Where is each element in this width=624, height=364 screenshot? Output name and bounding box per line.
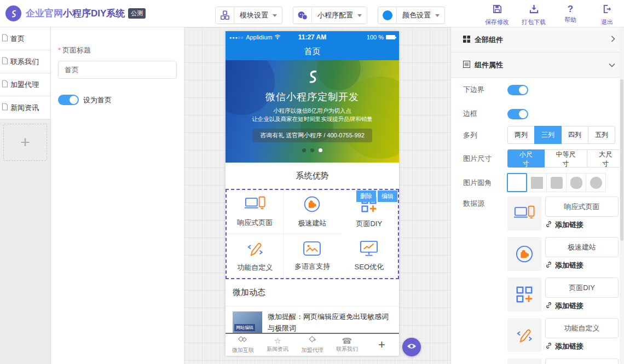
- size-option-small-selected[interactable]: 小尺寸: [507, 149, 545, 167]
- grid-item-multilingual[interactable]: 多语言支持: [284, 234, 340, 278]
- carousel-dot-active[interactable]: [319, 148, 322, 152]
- columns-option-3-selected[interactable]: 三列: [534, 126, 562, 144]
- add-page-button[interactable]: +: [3, 124, 47, 161]
- plus-icon: +: [378, 338, 385, 352]
- columns-option-4[interactable]: 四列: [561, 126, 588, 144]
- responsive-icon: [245, 196, 265, 215]
- component-icon: [507, 359, 541, 364]
- add-link-button[interactable]: 添加链接: [545, 220, 619, 230]
- sidebar-item-news[interactable]: 新闻资讯: [0, 96, 50, 119]
- page-icon: [2, 103, 8, 112]
- datasource-name-input[interactable]: [545, 197, 619, 217]
- grid-item-responsive[interactable]: 响应式页面: [227, 190, 284, 234]
- ribbon-logo-icon: [238, 336, 248, 346]
- set-home-toggle[interactable]: [58, 95, 79, 105]
- datasource-item-fast-build: 添加链接: [507, 237, 619, 271]
- link-icon: [545, 261, 552, 270]
- tab-add-button[interactable]: +: [365, 334, 399, 356]
- add-link-button[interactable]: 添加链接: [545, 342, 619, 351]
- chevron-down-icon: [273, 14, 277, 17]
- page-title-label: *页面标题: [58, 45, 177, 55]
- grid-item-seo[interactable]: SEO优化: [341, 234, 398, 278]
- add-link-button[interactable]: 添加链接: [545, 301, 619, 311]
- chevron-right-icon: [611, 36, 615, 44]
- carrier-label: Applidium: [246, 34, 272, 41]
- sidebar-item-home[interactable]: 首页: [0, 27, 50, 50]
- exit-icon: [602, 4, 613, 16]
- datasource-name-input[interactable]: [545, 318, 619, 338]
- radius-option-rounded-small[interactable]: [546, 173, 567, 192]
- edit-component-button[interactable]: 编辑: [378, 190, 397, 202]
- color-settings-dropdown[interactable]: 颜色设置: [378, 7, 445, 24]
- link-icon: [545, 302, 552, 310]
- tab-weijia[interactable]: 微加互联: [226, 334, 260, 356]
- image-size-row: 图片尺寸 小尺寸 中等尺寸 大尺寸: [463, 149, 624, 167]
- radius-option-square[interactable]: [527, 173, 547, 192]
- datasource-item-custom-function: 添加链接: [507, 318, 619, 352]
- star-icon: ☆: [274, 337, 281, 345]
- download-icon: [529, 4, 539, 16]
- preview-button[interactable]: [402, 338, 421, 356]
- datasource-name-input[interactable]: [545, 237, 619, 257]
- add-link-button[interactable]: 添加链接: [545, 261, 619, 270]
- columns-option-2[interactable]: 两列: [507, 126, 535, 144]
- radius-option-none-selected[interactable]: [507, 173, 527, 192]
- news-list-item[interactable]: 网站编辑 微加提醒：网页编辑应避免出现敏感词与极限词: [226, 307, 399, 334]
- size-option-medium[interactable]: 中等尺寸: [544, 149, 588, 167]
- tab-contact[interactable]: ☎ 联系我们: [330, 334, 364, 356]
- diy-icon: [507, 278, 541, 311]
- plus-icon: +: [20, 133, 30, 152]
- brand: 企业官网小程序DIY系统 公测: [5, 5, 146, 21]
- hero-banner[interactable]: 微信小程序定制开发 小程序以微信8亿用户为切入点 让企业以及商家在短时间里实现提…: [226, 60, 399, 163]
- radius-option-rounded-large[interactable]: [566, 173, 586, 192]
- all-components-header[interactable]: 全部组件: [451, 27, 624, 53]
- phone-tabbar: 微加互联 ☆ 新闻资讯 加盟代理 ☎ 联系我们 +: [226, 333, 399, 356]
- columns-option-5[interactable]: 五列: [588, 126, 615, 144]
- banner-subtitle-2: 让企业以及商家在短时间里实现提升品牌和销量: [252, 115, 373, 123]
- brand-logo-icon: [5, 5, 21, 21]
- list-icon: [463, 61, 470, 70]
- selected-component-grid[interactable]: 删除 编辑 响应式页面 极速建站: [226, 189, 399, 279]
- datasource-name-input[interactable]: [545, 359, 619, 364]
- phone-statusbar: ●●●○○ Applidium 11:27 AM 100 %: [226, 31, 399, 43]
- save-button[interactable]: 保存修改: [483, 4, 511, 26]
- miniprogram-logo-icon: [304, 68, 321, 88]
- scrollbar-thumb[interactable]: [620, 79, 623, 241]
- beta-badge: 公测: [128, 8, 146, 19]
- sidebar-item-agency[interactable]: 加盟代理: [0, 73, 50, 96]
- module-settings-label: 模块设置: [234, 10, 273, 20]
- miniprogram-config-dropdown[interactable]: 小程序配置: [293, 7, 367, 24]
- delete-component-button[interactable]: 删除: [356, 190, 376, 202]
- border-toggle[interactable]: [507, 109, 528, 119]
- wifi-icon: [274, 34, 281, 41]
- link-icon: [545, 342, 552, 351]
- tab-news[interactable]: ☆ 新闻资讯: [260, 334, 294, 356]
- page-title-input[interactable]: [58, 61, 177, 79]
- datasource-name-input[interactable]: [545, 278, 619, 298]
- eye-icon: [407, 342, 417, 352]
- columns-label: 多列: [463, 130, 507, 140]
- size-option-large[interactable]: 大尺寸: [587, 149, 624, 167]
- datasource-label: 数据源: [463, 197, 507, 209]
- tab-agency[interactable]: 加盟代理: [295, 334, 330, 356]
- phone-icon: ☎: [342, 337, 353, 345]
- signal-dots: ●●●○○: [229, 36, 244, 39]
- radius-option-circle[interactable]: [586, 173, 606, 192]
- download-button[interactable]: 打包下载: [519, 4, 548, 26]
- carousel-dot[interactable]: [310, 148, 314, 152]
- component-properties-header[interactable]: 组件属性: [451, 53, 624, 78]
- exit-button[interactable]: 退出: [593, 4, 621, 26]
- grid-item-fast-build[interactable]: 极速建站: [284, 190, 340, 234]
- carousel-dots: [302, 148, 322, 152]
- phone-preview: ●●●○○ Applidium 11:27 AM 100 % 首页: [226, 31, 399, 356]
- puzzle-icon: [303, 195, 321, 215]
- module-settings-dropdown[interactable]: 模块设置: [215, 7, 282, 24]
- chevron-down-icon: [435, 14, 440, 17]
- page-icon: [2, 57, 8, 66]
- grid-item-custom-function[interactable]: 功能自定义: [227, 234, 284, 278]
- sidebar-item-contact[interactable]: 联系我们: [0, 50, 50, 73]
- help-button[interactable]: ? 帮助: [556, 4, 585, 26]
- bottom-margin-toggle[interactable]: [507, 85, 528, 95]
- banner-cta-pill[interactable]: 咨询有礼 送官网小程序 / 400-0755-992: [252, 129, 372, 142]
- carousel-dot[interactable]: [302, 148, 306, 152]
